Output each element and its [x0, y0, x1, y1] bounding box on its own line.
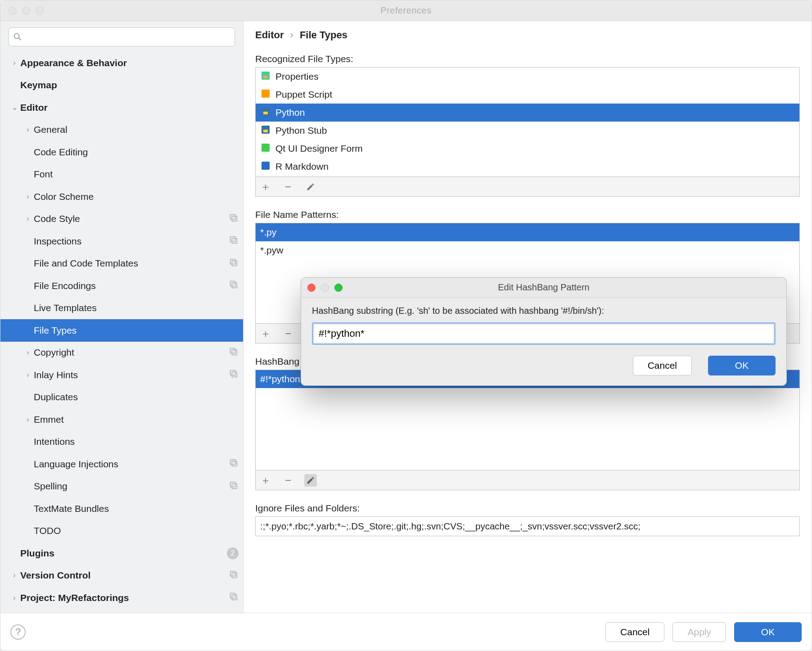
- svg-rect-16: [232, 484, 237, 488]
- pattern-item[interactable]: *.pyw: [256, 241, 799, 259]
- sidebar-item-code-editing[interactable]: Code Editing: [0, 141, 243, 163]
- svg-rect-21: [230, 593, 235, 598]
- chevron-icon: ›: [9, 59, 20, 67]
- sidebar-item-label: File Types: [34, 325, 239, 336]
- sidebar-item-label: Language Injections: [34, 459, 229, 470]
- chevron-icon: ›: [22, 416, 34, 424]
- sidebar-item-label: Code Editing: [34, 147, 239, 158]
- sidebar-item-label: Live Templates: [34, 303, 239, 313]
- file-type-icon: [260, 124, 271, 137]
- remove-button[interactable]: −: [282, 181, 294, 193]
- sidebar-item-font[interactable]: Font: [0, 163, 243, 186]
- copy-icon: [229, 570, 239, 582]
- svg-rect-10: [232, 350, 237, 355]
- dialog-cancel-button[interactable]: Cancel: [633, 356, 692, 375]
- copy-icon: [229, 480, 239, 493]
- svg-rect-5: [230, 237, 235, 242]
- breadcrumb-parent[interactable]: Editor: [255, 29, 284, 41]
- sidebar-item-version-control[interactable]: ›Version Control: [0, 565, 243, 587]
- cancel-button[interactable]: Cancel: [605, 622, 664, 642]
- remove-button[interactable]: −: [282, 474, 294, 487]
- sidebar-item-file-types[interactable]: File Types: [0, 319, 243, 342]
- copy-icon: [229, 235, 239, 247]
- sidebar-item-file-encodings[interactable]: File Encodings: [0, 275, 243, 297]
- dialog-title: Edit HashBang Pattern: [301, 282, 786, 293]
- sidebar-item-label: Spelling: [34, 481, 229, 492]
- sidebar-item-label: Project: MyRefactorings: [20, 592, 229, 603]
- file-type-item[interactable]: Python Stub: [256, 122, 799, 140]
- recognized-types-toolbar: ＋ −: [255, 177, 800, 197]
- pattern-item[interactable]: *.py: [256, 223, 799, 241]
- file-type-name: Qt UI Designer Form: [275, 143, 363, 154]
- ignore-input[interactable]: [255, 516, 800, 536]
- sidebar-item-label: Plugins: [20, 548, 227, 559]
- sidebar-item-copyright[interactable]: ›Copyright: [0, 342, 243, 364]
- file-type-name: R Markdown: [275, 161, 329, 172]
- sidebar-item-textmate-bundles[interactable]: TextMate Bundles: [0, 497, 243, 520]
- svg-rect-33: [263, 166, 268, 168]
- file-type-icon: [260, 88, 271, 101]
- svg-rect-31: [263, 148, 268, 150]
- recognized-types-list[interactable]: PropertiesPuppet ScriptPythonPython Stub…: [255, 67, 800, 177]
- remove-button[interactable]: −: [282, 327, 294, 340]
- sidebar-item-label: TODO: [34, 525, 239, 536]
- sidebar-item-project-myrefactorings[interactable]: ›Project: MyRefactorings: [0, 587, 243, 609]
- file-type-name: Python Stub: [275, 125, 327, 136]
- apply-button[interactable]: Apply: [672, 622, 726, 642]
- sidebar-item-editor[interactable]: ⌄Editor: [0, 96, 243, 119]
- search-icon: [13, 32, 23, 42]
- file-type-item[interactable]: Puppet Script: [256, 86, 799, 104]
- sidebar-item-label: Appearance & Behavior: [20, 58, 239, 68]
- edit-button[interactable]: [304, 181, 317, 193]
- copy-icon: [229, 258, 239, 270]
- search-input[interactable]: [9, 27, 235, 46]
- chevron-icon: ›: [22, 215, 34, 223]
- patterns-label: File Name Patterns:: [255, 209, 800, 220]
- ok-button[interactable]: OK: [734, 622, 802, 642]
- add-button[interactable]: ＋: [259, 474, 272, 487]
- sidebar-item-build-execution-deployment[interactable]: ›Build, Execution, Deployment: [0, 609, 243, 613]
- file-type-item[interactable]: Python: [256, 104, 799, 122]
- help-button[interactable]: ?: [10, 624, 26, 640]
- hashbang-pattern-input[interactable]: [314, 325, 773, 343]
- sidebar-item-inspections[interactable]: Inspections: [0, 230, 243, 253]
- chevron-icon: ›: [9, 594, 20, 602]
- edit-button[interactable]: [304, 474, 317, 487]
- svg-rect-25: [263, 94, 268, 96]
- sidebar-item-keymap[interactable]: Keymap: [0, 74, 243, 97]
- sidebar-item-label: Inspections: [34, 236, 229, 247]
- sidebar-item-language-injections[interactable]: Language Injections: [0, 453, 243, 475]
- sidebar-item-label: File and Code Templates: [34, 258, 229, 269]
- file-type-item[interactable]: Qt UI Designer Form: [256, 140, 799, 158]
- sidebar-item-emmet[interactable]: ›Emmet: [0, 408, 243, 431]
- sidebar-item-appearance-behavior[interactable]: ›Appearance & Behavior: [0, 52, 243, 74]
- sidebar-item-color-scheme[interactable]: ›Color Scheme: [0, 185, 243, 208]
- sidebar-item-file-and-code-templates[interactable]: File and Code Templates: [0, 253, 243, 275]
- settings-tree[interactable]: ›Appearance & BehaviorKeymap⌄Editor›Gene…: [0, 50, 243, 613]
- sidebar-item-intentions[interactable]: Intentions: [0, 431, 243, 453]
- file-type-item[interactable]: R Markdown: [256, 158, 799, 176]
- window-title: Preferences: [0, 5, 812, 16]
- add-button[interactable]: ＋: [259, 327, 272, 340]
- file-type-item[interactable]: Properties: [256, 68, 799, 86]
- file-type-name: Puppet Script: [275, 89, 332, 100]
- sidebar-item-code-style[interactable]: ›Code Style: [0, 208, 243, 231]
- svg-rect-12: [232, 372, 237, 377]
- chevron-icon: ›: [9, 571, 20, 579]
- sidebar-item-plugins[interactable]: Plugins2: [0, 542, 243, 565]
- sidebar-item-todo[interactable]: TODO: [0, 520, 243, 542]
- dialog-ok-button[interactable]: OK: [708, 356, 776, 375]
- file-type-name: Python: [275, 107, 305, 118]
- sidebar-item-spelling[interactable]: Spelling: [0, 475, 243, 498]
- sidebar-item-label: Color Scheme: [34, 191, 239, 202]
- svg-rect-15: [230, 460, 235, 465]
- sidebar-item-general[interactable]: ›General: [0, 119, 243, 141]
- add-button[interactable]: ＋: [259, 181, 272, 193]
- svg-rect-2: [232, 216, 237, 221]
- svg-rect-19: [230, 571, 235, 576]
- sidebar-item-duplicates[interactable]: Duplicates: [0, 386, 243, 409]
- sidebar-item-live-templates[interactable]: Live Templates: [0, 297, 243, 320]
- svg-rect-13: [230, 371, 235, 375]
- svg-rect-20: [232, 595, 237, 600]
- sidebar-item-inlay-hints[interactable]: ›Inlay Hints: [0, 364, 243, 386]
